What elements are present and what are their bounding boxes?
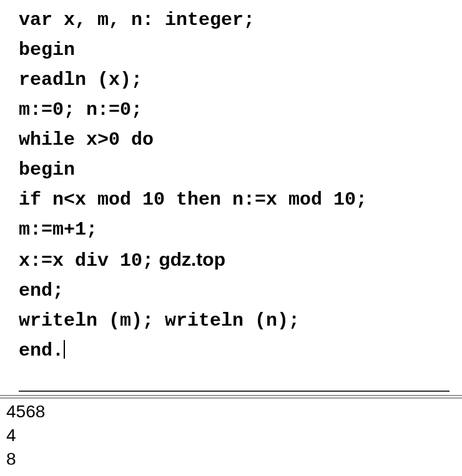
output-line: 4 (6, 424, 456, 447)
horizontal-rule (19, 391, 450, 392)
code-line: readln (x); (19, 65, 450, 95)
code-text: end. (19, 340, 64, 361)
code-line: end. (19, 336, 450, 366)
code-line: writeln (m); writeln (n); (19, 306, 450, 336)
output-line: 4568 (6, 400, 456, 424)
code-text: x:=x div 10; (19, 250, 154, 271)
code-line: begin (19, 35, 450, 65)
code-line: m:=0; n:=0; (19, 95, 450, 125)
code-line: m:=m+1; (19, 215, 450, 245)
code-line: x:=x div 10; gdz.top (19, 245, 450, 276)
code-line: var x, m, n: integer; (19, 5, 450, 35)
text-cursor (64, 340, 65, 359)
divider-area (0, 391, 462, 395)
code-line: end; (19, 276, 450, 306)
output-pane: 4568 4 8 (0, 399, 462, 472)
watermark-text: gdz.top (154, 249, 225, 270)
code-editor-pane[interactable]: var x, m, n: integer; begin readln (x); … (0, 0, 462, 372)
code-line: if n<x mod 10 then n:=x mod 10; (19, 185, 450, 215)
code-line: begin (19, 155, 450, 185)
output-line: 8 (6, 447, 456, 471)
code-line: while x>0 do (19, 125, 450, 155)
